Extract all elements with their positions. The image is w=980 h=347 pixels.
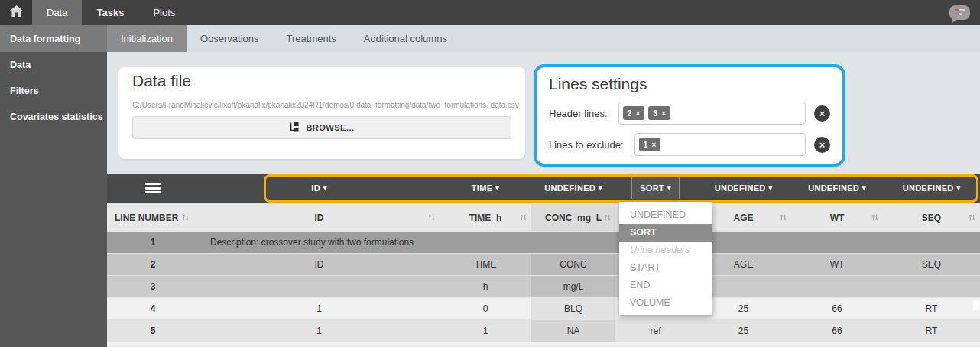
tag-value: 2: [628, 109, 632, 118]
home-icon: [10, 5, 23, 20]
sidebar-item-data-formatting[interactable]: Data formatting: [0, 25, 107, 52]
chevron-down-icon: ▾: [495, 184, 499, 192]
sort-icon[interactable]: [779, 213, 787, 222]
table-row: 1 Description: crossover study with two …: [107, 232, 980, 253]
menu-item-volume[interactable]: VOLUME: [619, 294, 712, 312]
clear-exclude-lines-button[interactable]: ×: [814, 137, 830, 153]
lines-to-exclude-input[interactable]: 1×: [634, 133, 806, 156]
column-type-dropdown-sort[interactable]: SORT▾: [631, 177, 680, 199]
data-table: ID▾ TIME▾ UNDEFINED▾ SORT▾ UNDEFINED▾ UN…: [107, 174, 980, 346]
sort-icon[interactable]: [871, 213, 879, 222]
remove-tag-icon[interactable]: ×: [661, 109, 666, 118]
column-header-label: AGE: [733, 212, 753, 223]
header-lines-input[interactable]: 2× 3×: [618, 102, 806, 125]
table-menu-icon[interactable]: [145, 183, 161, 193]
column-header-conc-mg-l[interactable]: CONC_mg_L: [531, 204, 615, 231]
subtab-label: Treatments: [287, 33, 336, 44]
line-number-cell: 4: [107, 298, 199, 319]
table-row: 2 ID TIME CONC AGE WT SEQ: [107, 254, 980, 275]
line-number-cell: 1: [107, 232, 199, 253]
feedback-chat-icon[interactable]: [949, 5, 970, 20]
remove-tag-icon[interactable]: ×: [651, 141, 656, 149]
tab-plots[interactable]: Plots: [138, 0, 190, 25]
tab-treatments[interactable]: Treatments: [273, 25, 350, 52]
scrollbar-thumb[interactable]: [973, 300, 979, 310]
table-row: 4 1 0 BLQ ref 25 66 RT: [107, 298, 980, 319]
table-cell: WT: [791, 254, 883, 275]
table-row-partial: [107, 342, 980, 346]
sort-icon[interactable]: [603, 213, 612, 222]
clear-header-lines-button[interactable]: ×: [814, 105, 830, 122]
column-type-dropdown-conc[interactable]: UNDEFINED▾: [536, 177, 611, 199]
table-cell: 1: [440, 320, 531, 342]
column-header-label: SEQ: [922, 212, 941, 223]
data-file-title: Data file: [132, 72, 511, 90]
chevron-down-icon: ▾: [599, 184, 602, 192]
sort-icon[interactable]: [968, 213, 976, 222]
sort-icon[interactable]: [519, 213, 527, 222]
table-cell: 0: [440, 298, 531, 319]
remove-tag-icon[interactable]: ×: [635, 109, 640, 118]
tab-data[interactable]: Data: [32, 0, 82, 25]
table-cell: h: [440, 276, 531, 297]
column-header-time-h[interactable]: TIME_h: [440, 204, 531, 231]
sidebar-item-data[interactable]: Data: [0, 52, 107, 78]
sort-icon[interactable]: [427, 213, 436, 222]
column-header-line-number[interactable]: LINE NUMBER: [107, 204, 199, 231]
chat-line-decoration: [955, 13, 962, 15]
lines-settings-title: Lines settings: [549, 75, 830, 93]
tab-initialization[interactable]: Initialization: [107, 25, 187, 52]
column-header-id[interactable]: ID: [199, 204, 440, 231]
chevron-down-icon: ▾: [323, 184, 327, 192]
chevron-down-icon: ▾: [769, 184, 773, 192]
dropdown-label: ID: [311, 183, 320, 193]
menu-group-urine-headers: Urine headers: [619, 242, 712, 259]
dropdown-label: UNDEFINED: [544, 183, 595, 193]
table-cell: 1: [199, 298, 440, 319]
sidebar: Data formatting Data Filters Covariates …: [0, 25, 107, 347]
subtab-label: Observations: [200, 33, 259, 44]
lines-to-exclude-label: Lines to exclude:: [549, 139, 624, 151]
table-cell: ref: [615, 320, 696, 342]
browse-button[interactable]: BROWSE...: [132, 116, 511, 139]
chevron-down-icon: ▾: [667, 184, 671, 192]
menu-item-start[interactable]: START: [619, 259, 712, 277]
line-number-cell: 2: [107, 254, 199, 275]
sidebar-item-filters[interactable]: Filters: [0, 78, 107, 104]
menu-item-sort[interactable]: SORT: [619, 224, 712, 242]
table-cell: ID: [199, 254, 440, 275]
menu-item-undefined[interactable]: UNDEFINED: [619, 206, 712, 224]
data-file-panel: Data file C:/Users/FranoMihaljevic/lixof…: [118, 67, 525, 159]
column-header-seq[interactable]: SEQ: [883, 204, 980, 231]
column-type-dropdown-wt[interactable]: UNDEFINED▾: [800, 177, 875, 199]
sidebar-item-covariates-statistics[interactable]: Covariates statistics: [0, 104, 107, 130]
sidebar-item-label: Filters: [10, 86, 39, 96]
column-type-dropdown-age[interactable]: UNDEFINED▾: [706, 177, 781, 199]
file-tree-icon: [289, 122, 300, 134]
chevron-down-icon: ▾: [957, 184, 961, 192]
table-cell: SEQ: [883, 254, 980, 275]
tab-observations[interactable]: Observations: [187, 25, 273, 52]
sidebar-item-label: Covariates statistics: [10, 112, 103, 122]
table-cell: mg/L: [531, 276, 615, 297]
tab-tasks[interactable]: Tasks: [82, 0, 138, 25]
tab-plots-label: Plots: [153, 7, 175, 18]
column-header-label: ID: [315, 212, 324, 223]
home-button[interactable]: [0, 0, 32, 25]
table-cell: 1: [199, 320, 440, 342]
column-mapping-toolbar: ID▾ TIME▾ UNDEFINED▾ SORT▾ UNDEFINED▾ UN…: [107, 174, 980, 203]
sort-icon[interactable]: [181, 213, 190, 222]
table-header-row: LINE NUMBER ID TIME_h CONC_mg_L AGE WT S…: [107, 204, 980, 231]
menu-item-end[interactable]: END: [619, 277, 712, 294]
lines-settings-panel: Lines settings Header lines: 2× 3× × Lin…: [534, 64, 845, 167]
column-type-dropdown-seq[interactable]: UNDEFINED▾: [894, 177, 969, 199]
column-type-dropdown-id[interactable]: ID▾: [303, 177, 335, 199]
subtab-label: Additional columns: [364, 33, 447, 44]
column-header-wt[interactable]: WT: [791, 204, 883, 231]
column-type-dropdown-time[interactable]: TIME▾: [463, 177, 508, 199]
table-cell: [199, 276, 440, 297]
tab-additional-columns[interactable]: Additional columns: [350, 25, 461, 52]
chat-line-decoration: [955, 9, 965, 11]
top-bar: Data Tasks Plots: [0, 0, 980, 25]
dropdown-label: UNDEFINED: [903, 183, 954, 193]
